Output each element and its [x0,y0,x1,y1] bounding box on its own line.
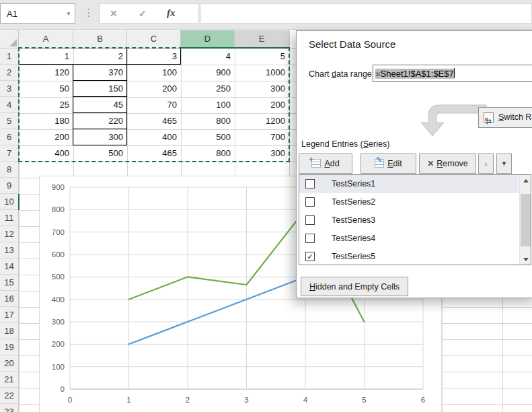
row-header-3[interactable]: 3 [0,81,19,97]
legend-entries-list[interactable]: TestSeries1TestSeries2TestSeries3TestSer… [299,174,531,265]
series-name: TestSeries5 [332,252,375,261]
row-header-21[interactable]: 21 [0,372,19,388]
series-list-item-testseries4[interactable]: TestSeries4 [299,230,519,248]
edit-series-button[interactable]: ✎Edit [360,153,416,174]
x-axis-tick-label: 4 [303,396,308,404]
add-icon: + [311,159,321,168]
row-header-15[interactable]: 15 [0,275,19,291]
row-header-11[interactable]: 11 [0,210,19,226]
series-list-item-testseries3[interactable]: TestSeries3 [299,211,519,230]
move-series-up-button[interactable]: ▲ [478,153,494,174]
row-header-7[interactable]: 7 [0,145,19,162]
chart-data-range-input[interactable]: =Sheet1!$A$1:$E$7 [373,65,532,82]
column-header-e[interactable]: E [235,30,289,48]
row-header-18[interactable]: 18 [0,323,19,339]
series-name: TestSeries4 [332,234,375,243]
y-axis-tick-label: 100 [52,363,65,371]
row-header-19[interactable]: 19 [0,339,19,355]
y-axis-tick-label: 300 [52,318,65,326]
column-header-b[interactable]: B [73,30,127,48]
select-data-source-dialog: Select Data Source Chart data range: =Sh… [296,30,532,298]
formula-toolbar: A1 ▼ ⋮ ✕ ✓ fx [0,0,532,30]
y-axis-tick-label: 400 [52,296,65,304]
row-header-2[interactable]: 2 [0,65,19,81]
formula-bar-input[interactable] [201,3,532,24]
move-series-down-button[interactable]: ▼ [496,153,512,174]
row-header-13[interactable]: 13 [0,242,19,259]
series-list-item-testseries2[interactable]: TestSeries2 [299,193,519,211]
scrollbar-thumb[interactable] [521,194,531,246]
y-axis-tick-label: 800 [52,205,65,213]
row-header-1[interactable]: 1 [0,48,19,65]
row-indicator [18,194,20,210]
row-header-4[interactable]: 4 [0,97,19,113]
enter-icon[interactable]: ✓ [139,8,147,19]
y-axis-tick-label: 700 [52,228,65,236]
legend-entries-label: Legend Entries (Series) [301,139,389,149]
switch-row-column-button[interactable]: ⇄ Switch R [478,107,532,128]
y-axis-tick-label: 0 [61,385,65,393]
dialog-title: Select Data Source [309,38,395,50]
name-box-dropdown-icon[interactable]: ▼ [66,11,71,17]
row-header-6[interactable]: 6 [0,129,19,145]
y-axis-tick-label: 900 [52,183,65,191]
x-axis-tick-label: 2 [186,396,190,404]
name-box[interactable]: A1 ▼ [0,3,75,24]
scroll-down-icon[interactable] [520,253,531,265]
remove-icon: ✕ [427,159,434,168]
series-name: TestSeries1 [332,179,375,188]
row-header-16[interactable]: 16 [0,291,19,307]
switch-row-column-icon: ⇄ [484,112,494,123]
y-axis-tick-label: 200 [52,340,65,348]
chart-data-range-label: Chart data range: [309,69,374,79]
row-header-9[interactable]: 9 [0,178,19,194]
x-axis-tick-label: 3 [244,396,248,404]
column-header-a[interactable]: A [19,30,73,48]
text-caret [454,68,455,78]
row-header-8[interactable]: 8 [0,162,19,178]
name-box-value: A1 [7,9,17,19]
row-header-12[interactable]: 12 [0,226,19,242]
series-name: TestSeries3 [332,215,375,225]
series-checkbox[interactable]: ✓ [305,252,315,261]
row-header-20[interactable]: 20 [0,355,19,372]
formula-actions: ✕ ✓ fx [100,3,199,24]
series-name: TestSeries2 [332,197,375,207]
insert-function-icon[interactable]: fx [167,7,176,19]
row-header-22[interactable]: 22 [0,388,19,404]
selection-marching-ants [18,47,290,162]
row-header-23[interactable]: 23 [0,404,19,412]
list-scrollbar[interactable] [519,175,531,265]
series-checkbox[interactable] [305,215,315,225]
series-list-item-testseries1[interactable]: TestSeries1 [299,175,519,193]
cancel-icon[interactable]: ✕ [110,8,118,19]
remove-series-button[interactable]: ✕Remove [419,153,476,174]
series-list: TestSeries1TestSeries2TestSeries3TestSer… [299,175,531,265]
column-header-d[interactable]: D [181,30,235,48]
excel-window: A1 ▼ ⋮ ✕ ✓ fx ABCDE123456789101112131415… [0,0,532,412]
selected-text: =Sheet1!$A$1:$E$7 [375,69,454,79]
column-header-c[interactable]: C [127,30,181,48]
edit-icon: ✎ [375,159,384,168]
row-header-17[interactable]: 17 [0,307,19,323]
series-checkbox[interactable] [305,179,315,188]
hidden-and-empty-cells-button[interactable]: Hidden and Empty Cells [301,277,408,296]
y-axis-tick-label: 600 [52,250,65,259]
row-header-10[interactable]: 10 [0,194,19,210]
scroll-up-icon[interactable] [520,175,531,186]
select-all-corner[interactable] [0,30,19,48]
x-axis-tick-label: 5 [362,396,366,404]
x-axis-tick-label: 6 [421,396,425,404]
series-list-item-testseries5[interactable]: ✓TestSeries5 [299,248,519,265]
x-axis-tick-label: 0 [68,396,72,404]
x-axis-tick-label: 1 [126,396,130,404]
row-header-14[interactable]: 14 [0,259,19,275]
series-checkbox[interactable] [305,197,315,207]
y-axis-tick-label: 500 [52,273,65,281]
add-series-button[interactable]: +Add [299,153,352,174]
toolbar-grip-icon: ⋮ [83,6,94,19]
row-header-5[interactable]: 5 [0,113,19,129]
series-checkbox[interactable] [305,234,315,243]
